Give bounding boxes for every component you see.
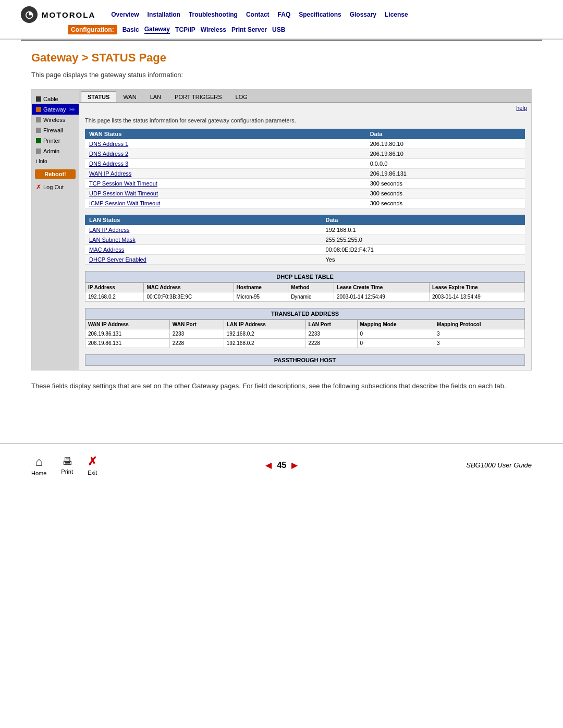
cable-icon (36, 96, 41, 102)
print-label: Print (61, 468, 73, 475)
tab-lan[interactable]: LAN (143, 91, 168, 102)
subnav-wireless[interactable]: Wireless (201, 26, 226, 33)
subnet-value: 255.255.255.0 (322, 235, 525, 245)
wireless-icon (36, 117, 41, 122)
tcp-timeout-label[interactable]: TCP Session Wait Timeout (89, 180, 157, 187)
subnav-tcpip[interactable]: TCP/IP (175, 26, 195, 33)
firewall-icon (36, 128, 41, 133)
sidebar-item-info[interactable]: i Info (32, 156, 79, 166)
mac-label[interactable]: MAC Address (89, 246, 124, 253)
trans-col-protocol: Mapping Protocol (434, 320, 525, 329)
translated-table: WAN IP Address WAN Port LAN IP Address L… (85, 319, 525, 348)
sidebar-item-wireless[interactable]: Wireless (32, 115, 79, 125)
footer: ⌂ Home 🖶 Print ✗ Exit ◀ 45 ▶ SBG1000 Use… (0, 443, 563, 487)
bottom-text: These fields display settings that are s… (31, 381, 532, 391)
exit-icon: ✗ (88, 455, 97, 468)
dns3-label[interactable]: DNS Address 3 (89, 161, 128, 167)
trans-lan-port-2: 2228 (305, 339, 357, 348)
guide-title: SBG1000 User Guide (466, 461, 532, 469)
udp-timeout-label[interactable]: UDP Session Wait Timeout (89, 190, 158, 196)
reboot-button[interactable]: Reboot! (35, 169, 76, 179)
panel-content: This page lists the status information f… (79, 113, 531, 370)
nav-installation[interactable]: Installation (148, 11, 180, 18)
dns1-label[interactable]: DNS Address 1 (89, 141, 128, 147)
dns1-value: 206.19.80.10 (366, 139, 525, 149)
info-label: i Info (36, 158, 47, 164)
sidebar-item-firewall[interactable]: Firewall (32, 125, 79, 135)
sidebar-item-admin[interactable]: Admin (32, 146, 79, 156)
admin-icon (36, 149, 41, 154)
help-link[interactable]: help (79, 103, 531, 113)
prev-page-button[interactable]: ◀ (265, 460, 272, 470)
gateway-screenshot: Cable Gateway »» Wireless Firewall Print… (31, 89, 532, 371)
subnav-gateway[interactable]: Gateway (144, 26, 170, 34)
trans-wan-ip-2: 206.19.86.131 (85, 339, 170, 348)
trans-col-lan-port: LAN Port (305, 320, 357, 329)
nav-specifications[interactable]: Specifications (299, 11, 341, 18)
translated-title: TRANSLATED ADDRESS (85, 308, 525, 319)
passthrough-section: PASSTHROUGH HOST (85, 354, 525, 366)
page-content: Gateway > STATUS Page This page displays… (0, 41, 563, 402)
tab-port-triggers[interactable]: PORT TRIGGERS (168, 91, 228, 102)
nav-glossary[interactable]: Glossary (350, 11, 376, 18)
dns2-value: 206.19.86.10 (366, 149, 525, 159)
panel-description: This page lists the status information f… (85, 117, 525, 124)
trans-col-mode: Mapping Mode (357, 320, 434, 329)
footer-nav-left: ⌂ Home 🖶 Print ✗ Exit (31, 454, 97, 476)
wan-ip-label[interactable]: WAN IP Address (89, 170, 131, 177)
nav-overview[interactable]: Overview (111, 11, 139, 18)
dns3-value: 0.0.0.0 (366, 159, 525, 169)
lease-method: Dynamic (288, 292, 334, 302)
nav-faq[interactable]: FAQ (278, 11, 291, 18)
top-nav: Overview Installation Troubleshooting Co… (111, 11, 408, 18)
subnet-label[interactable]: LAN Subnet Mask (89, 237, 136, 243)
header: ◔ MOTOROLA Overview Installation Trouble… (0, 0, 563, 40)
lease-create: 2003-01-14 12:54:49 (334, 292, 430, 302)
home-button[interactable]: ⌂ Home (31, 454, 46, 476)
table-row: WAN IP Address 206.19.86.131 (85, 169, 525, 179)
tab-wan[interactable]: WAN (116, 91, 143, 102)
dhcp-col-create: Lease Create Time (334, 283, 430, 292)
sidebar-item-gateway[interactable]: Gateway »» (32, 104, 79, 115)
table-row: DHCP Server Enabled Yes (85, 255, 525, 265)
nav-troubleshooting[interactable]: Troubleshooting (189, 11, 238, 18)
dhcp-label[interactable]: DHCP Server Enabled (89, 256, 146, 263)
sidebar-item-printer[interactable]: Printer (32, 135, 79, 146)
lan-ip-value: 192.168.0.1 (322, 225, 525, 235)
lan-ip-label[interactable]: LAN IP Address (89, 227, 129, 233)
dhcp-col-mac: MAC Address (144, 283, 234, 292)
dhcp-col-ip: IP Address (85, 283, 144, 292)
table-row: MAC Address 00:08:0E:D2:F4:71 (85, 245, 525, 255)
home-label: Home (31, 470, 46, 476)
gateway-arrow: »» (69, 107, 75, 112)
logout-button[interactable]: ✗ Log Out (32, 182, 79, 192)
tab-bar: STATUS WAN LAN PORT TRIGGERS LOG (79, 90, 531, 103)
tab-status[interactable]: STATUS (81, 91, 116, 102)
print-button[interactable]: 🖶 Print (61, 455, 73, 475)
icmp-timeout-label[interactable]: ICMP Session Wait Timeout (89, 200, 160, 206)
wan-col-status: WAN Status (85, 129, 366, 139)
tcp-timeout-value: 300 seconds (366, 179, 525, 189)
trans-mode-2: 0 (357, 339, 434, 348)
trans-wan-port-1: 2233 (169, 329, 224, 339)
sidebar-item-cable[interactable]: Cable (32, 94, 79, 104)
nav-contact[interactable]: Contact (246, 11, 270, 18)
lease-mac: 00:C0:F0:3B:3E:9C (144, 292, 234, 302)
subnav-usb[interactable]: USB (272, 26, 285, 33)
subnav-printserver[interactable]: Print Server (231, 26, 267, 33)
table-row: DNS Address 2 206.19.86.10 (85, 149, 525, 159)
page-number: 45 (277, 461, 286, 470)
dns2-label[interactable]: DNS Address 2 (89, 151, 128, 157)
motorola-logo: ◔ MOTOROLA (21, 6, 95, 23)
trans-lan-ip-2: 192.168.0.2 (224, 339, 305, 348)
next-page-button[interactable]: ▶ (291, 460, 298, 470)
sidebar-label-admin: Admin (43, 148, 59, 154)
nav-license[interactable]: License (385, 11, 408, 18)
lease-expire: 2003-01-14 13:54:49 (430, 292, 525, 302)
lan-status-table: LAN Status Data LAN IP Address 192.168.0… (85, 215, 525, 265)
trans-mode-1: 0 (357, 329, 434, 339)
tab-log[interactable]: LOG (229, 91, 254, 102)
exit-button[interactable]: ✗ Exit (88, 455, 97, 476)
subnav-basic[interactable]: Basic (123, 26, 139, 33)
lease-ip: 192.168.0.2 (85, 292, 144, 302)
